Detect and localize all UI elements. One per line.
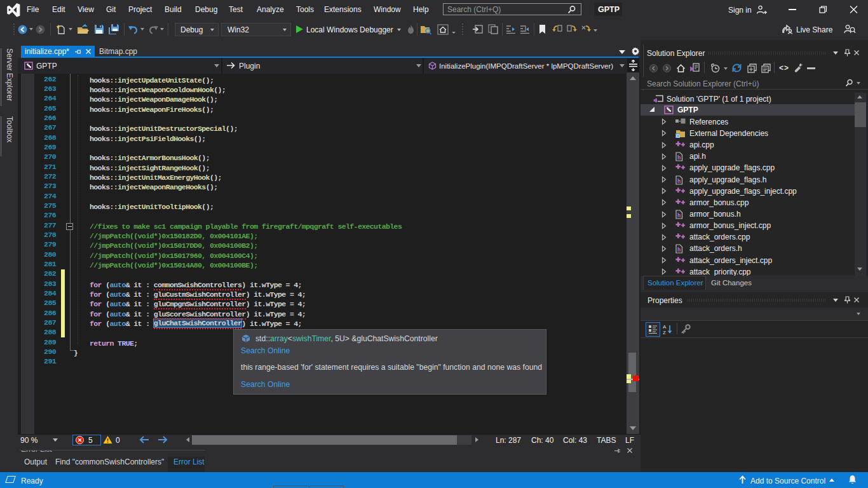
svg-text:h: h (677, 178, 681, 184)
svg-text:Z: Z (663, 330, 666, 335)
svg-text:h: h (677, 212, 681, 219)
svg-text:A: A (663, 324, 667, 330)
svg-text:h: h (677, 247, 681, 253)
svg-text:h: h (677, 154, 681, 161)
